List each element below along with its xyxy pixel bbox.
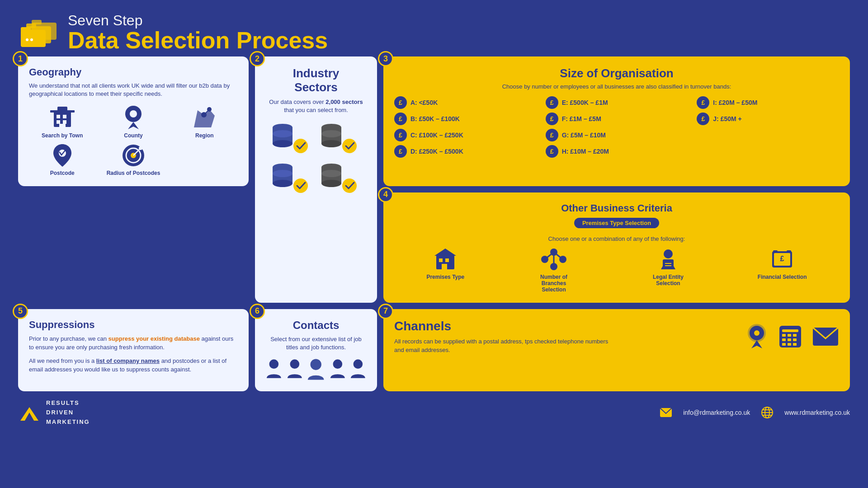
premises-badge: Premises Type Selection xyxy=(574,218,659,228)
svg-point-71 xyxy=(333,359,342,369)
step1-title: Geography xyxy=(29,66,238,78)
step7-badge: 7 xyxy=(378,304,393,319)
pound-icon-e: £ xyxy=(546,96,558,109)
svg-point-68 xyxy=(269,359,278,369)
footer-email: info@rdmarketing.co.uk xyxy=(683,409,750,416)
step4-badge: 4 xyxy=(378,187,393,202)
person-icon-2 xyxy=(287,358,303,380)
financial-icon: £ xyxy=(770,248,794,271)
step4-subtitle: Choose one or a combination of any of th… xyxy=(394,235,839,242)
pound-icon-i: £ xyxy=(697,96,709,109)
geo-postcode-label: Postcode xyxy=(50,170,75,176)
geo-search-town: Search by Town xyxy=(29,106,95,139)
step2-badge: 2 xyxy=(250,51,265,66)
svg-rect-84 xyxy=(782,343,786,346)
svg-rect-86 xyxy=(793,343,797,346)
footer-website: www.rdmarketing.co.uk xyxy=(784,409,850,416)
pound-icon-b: £ xyxy=(394,113,407,125)
size-d: £ D: £250K – £500K xyxy=(394,145,537,158)
criteria-icons: Premises Type Number of Branches Selecti… xyxy=(394,248,839,293)
svg-rect-10 xyxy=(63,115,66,118)
svg-rect-62 xyxy=(665,265,671,266)
svg-point-72 xyxy=(354,359,363,369)
size-g: £ G: £5M – £10M xyxy=(546,129,688,141)
geo-county: County xyxy=(100,106,166,139)
size-h: £ H: £10M – £20M xyxy=(546,145,688,158)
svg-point-39 xyxy=(273,180,292,187)
pound-icon-f: £ xyxy=(546,113,558,125)
svg-rect-5 xyxy=(21,27,31,32)
location-channel-icon xyxy=(745,323,769,350)
footer-logo-text: RESULTSDRIVENMARKETING xyxy=(46,399,90,427)
premises-icon xyxy=(434,248,457,271)
step6-title: Contacts xyxy=(266,319,366,332)
size-j: £ J: £50M + xyxy=(697,113,839,125)
radius-icon xyxy=(120,143,147,168)
criteria-branches-label: Number of Branches Selection xyxy=(529,274,579,293)
suppress-highlight: suppress your existing database xyxy=(108,335,200,342)
step5-para1: Prior to any purchase, we can suppress y… xyxy=(29,334,238,352)
person-icon-1 xyxy=(266,358,282,380)
svg-point-40 xyxy=(273,170,292,177)
step1-desc: We understand that not all clients work … xyxy=(29,82,238,98)
email-channel-icon xyxy=(812,326,839,347)
step1-badge: 1 xyxy=(13,51,28,66)
geo-county-label: County xyxy=(124,132,142,139)
svg-point-34 xyxy=(321,140,341,147)
criteria-legal-label: Legal Entity Selection xyxy=(643,274,693,286)
header-subtitle: Seven Step xyxy=(68,13,328,28)
pound-icon-a: £ xyxy=(394,96,407,109)
step5-para2: All we need from you is a list of compan… xyxy=(29,357,238,374)
criteria-branches: Number of Branches Selection xyxy=(529,248,579,293)
footer: RESULTSDRIVENMARKETING info@rdmarketing.… xyxy=(0,395,868,430)
size-c: £ C: £100K – £250K xyxy=(394,129,537,141)
step4-title: Other Business Criteria xyxy=(394,202,839,214)
step2-desc: Our data covers over 2,000 sectors that … xyxy=(266,98,366,114)
header-title: Data Selection Process xyxy=(68,28,328,52)
geo-radius: Radius of Postcodes xyxy=(100,143,166,176)
svg-rect-50 xyxy=(442,264,447,269)
svg-rect-66 xyxy=(773,250,778,253)
pound-icon-j: £ xyxy=(697,113,709,125)
svg-point-45 xyxy=(321,170,341,177)
svg-rect-15 xyxy=(57,107,67,112)
size-grid: £ A: <£50K £ E: £500K – £1M £ I: £20M – … xyxy=(394,96,839,158)
telephone-channel-icon xyxy=(778,324,803,349)
footer-right: info@rdmarketing.co.uk www.rdmarketing.c… xyxy=(660,406,850,419)
step5-title: Suppressions xyxy=(29,319,238,331)
branches-icon xyxy=(540,248,567,271)
step6-desc: Select from our extensive list of job ti… xyxy=(266,335,366,352)
svg-text:£: £ xyxy=(780,255,784,263)
svg-point-36 xyxy=(342,139,357,153)
criteria-financial-label: Financial Selection xyxy=(758,274,807,280)
svg-point-7 xyxy=(30,38,33,41)
geo-radius-label: Radius of Postcodes xyxy=(107,170,160,176)
step7-title: Channels xyxy=(394,319,611,333)
criteria-financial: £ Financial Selection xyxy=(758,248,807,280)
pound-icon-d: £ xyxy=(394,145,407,158)
step7-card: 7 Channels All records can be supplied w… xyxy=(383,309,850,391)
svg-rect-4 xyxy=(21,30,46,47)
pound-icon-g: £ xyxy=(546,129,558,141)
svg-rect-85 xyxy=(788,343,791,346)
svg-rect-49 xyxy=(445,258,449,262)
db-icon-2 xyxy=(318,121,363,157)
criteria-premises-label: Premises Type xyxy=(426,274,464,280)
pound-icon-c: £ xyxy=(394,129,407,141)
step3-badge: 3 xyxy=(378,51,393,66)
svg-rect-79 xyxy=(788,334,791,337)
svg-rect-61 xyxy=(665,263,671,264)
svg-line-57 xyxy=(554,252,563,259)
svg-point-35 xyxy=(321,130,341,137)
step6-badge: 6 xyxy=(250,304,265,319)
legal-icon xyxy=(656,248,680,271)
postcode-icon xyxy=(49,143,76,168)
svg-rect-9 xyxy=(57,115,60,118)
svg-rect-67 xyxy=(787,250,791,253)
geo-postcode: Postcode xyxy=(29,143,95,176)
size-f: £ F: £1M – £5M xyxy=(546,113,688,125)
svg-rect-78 xyxy=(782,334,786,337)
svg-rect-82 xyxy=(788,338,791,341)
criteria-legal: Legal Entity Selection xyxy=(643,248,693,286)
step1-card: 1 Geography We understand that not all c… xyxy=(18,56,249,186)
